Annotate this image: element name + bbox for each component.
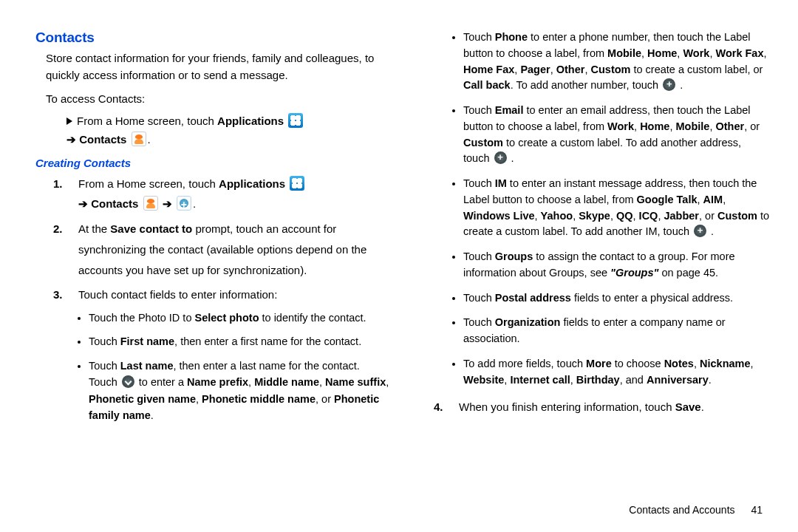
bold: AIM — [703, 194, 723, 205]
plus-icon — [694, 225, 706, 237]
bold: Select photo — [194, 312, 259, 324]
text: , — [570, 374, 576, 386]
bold: Home Fax — [463, 64, 514, 75]
plus-icon — [663, 78, 675, 91]
right-column: Touch Phone to enter a phone number, the… — [416, 30, 770, 488]
field-bullets-right: Touch Phone to enter a phone number, the… — [416, 30, 770, 388]
contacts-icon — [143, 196, 158, 211]
text: , — [535, 210, 541, 222]
bold: Other — [715, 120, 744, 132]
bold: Applications — [219, 177, 285, 190]
text: Touch the Photo ID to — [89, 312, 194, 324]
bold: More — [586, 358, 612, 369]
add-icon — [177, 196, 191, 211]
bold: Internet call — [510, 374, 570, 386]
applications-icon — [290, 176, 304, 191]
arrow-icon: ➔ — [78, 197, 91, 210]
bold: Phonetic given name — [89, 393, 196, 405]
text: to enter a — [136, 376, 187, 388]
text: , — [694, 358, 700, 369]
text: , — [248, 376, 254, 388]
text: At the — [78, 222, 110, 235]
bold: Yahoo — [541, 210, 573, 222]
step-number: 2. — [53, 219, 63, 239]
bold: Name prefix — [187, 376, 248, 388]
step-4: 4. When you finish entering information,… — [434, 397, 770, 417]
bold: Website — [463, 374, 504, 386]
text: , — [386, 376, 389, 388]
bold: Nickname — [700, 358, 751, 369]
step-3: 3. Touch contact fields to enter informa… — [53, 284, 389, 424]
footer-section: Contacts and Accounts — [629, 504, 734, 516]
text: To add more fields, touch — [463, 358, 586, 369]
bold: Contacts — [91, 197, 138, 210]
text: . — [701, 400, 704, 413]
text: From a Home screen, touch — [77, 115, 217, 127]
bold: Groups — [495, 250, 533, 262]
bold: Mobile — [676, 120, 710, 132]
text: , or — [699, 210, 717, 222]
bold: Contacts — [79, 133, 126, 146]
bold: Save — [675, 400, 701, 413]
bullet-organization: Touch Organization fields to enter a com… — [463, 315, 770, 347]
text: Touch — [89, 360, 120, 372]
text: Touch — [463, 177, 495, 189]
text: to choose — [612, 358, 664, 369]
bold: Last name — [120, 360, 174, 372]
text: to identify the contact. — [259, 312, 366, 324]
bullet-more: To add more fields, touch More to choose… — [463, 356, 770, 389]
text: , or — [316, 393, 334, 405]
contacts-icon — [132, 132, 146, 146]
bold: Work — [683, 47, 709, 59]
arrow-icon: ➔ — [163, 197, 175, 210]
page-number: 41 — [751, 504, 763, 516]
intro-text: Store contact information for your frien… — [46, 50, 389, 83]
bold: Save contact to — [110, 222, 192, 235]
text: , — [634, 120, 640, 132]
text: Touch — [463, 104, 495, 116]
text: , — [573, 210, 579, 222]
text: fields to enter a physical address. — [571, 292, 733, 304]
bullet-email: Touch Email to enter an email address, t… — [463, 103, 770, 167]
bullet-im: Touch IM to enter an instant message add… — [463, 176, 770, 240]
bold: Anniversary — [647, 374, 709, 386]
text: . To add another number, touch — [511, 79, 662, 91]
bullet-groups: Touch Groups to assign the contact to a … — [463, 249, 770, 282]
text: , — [633, 210, 639, 222]
manual-page: Contacts Store contact information for y… — [0, 0, 798, 502]
text: , — [196, 393, 202, 405]
bold: IM — [495, 177, 507, 189]
bold: Organization — [495, 316, 561, 328]
bold: Home — [647, 47, 677, 59]
step-number: 1. — [53, 174, 63, 194]
bold: Email — [495, 104, 524, 116]
bold: Phonetic middle name — [202, 393, 316, 405]
arrow-icon: ➔ — [66, 133, 79, 146]
text: Touch — [463, 292, 495, 304]
bold: Work — [607, 120, 634, 132]
reference: "Groups" — [610, 267, 658, 279]
bold: Other — [556, 64, 585, 75]
text: Touch — [463, 250, 495, 262]
text: , — [550, 64, 556, 75]
text: , and — [620, 374, 647, 386]
bold: Windows Live — [463, 210, 535, 222]
text: to create a custom label, or — [630, 64, 763, 75]
left-column: Contacts Store contact information for y… — [35, 30, 389, 488]
step-2: 2. At the Save contact to prompt, touch … — [53, 219, 389, 280]
bold: Notes — [664, 358, 694, 369]
text: on page 45. — [658, 267, 718, 279]
text: , — [610, 210, 616, 222]
bold: First name — [120, 335, 174, 347]
bold: Custom — [590, 64, 630, 75]
text: , — [751, 358, 754, 369]
text: , — [641, 47, 647, 59]
bold: Pager — [520, 64, 550, 75]
text: , — [319, 376, 325, 388]
text: . — [709, 374, 712, 386]
bold: Mobile — [607, 47, 641, 59]
bold: QQ — [616, 210, 633, 222]
bold: Call back — [463, 79, 511, 91]
bold: Middle name — [254, 376, 319, 388]
plus-icon — [494, 151, 507, 164]
